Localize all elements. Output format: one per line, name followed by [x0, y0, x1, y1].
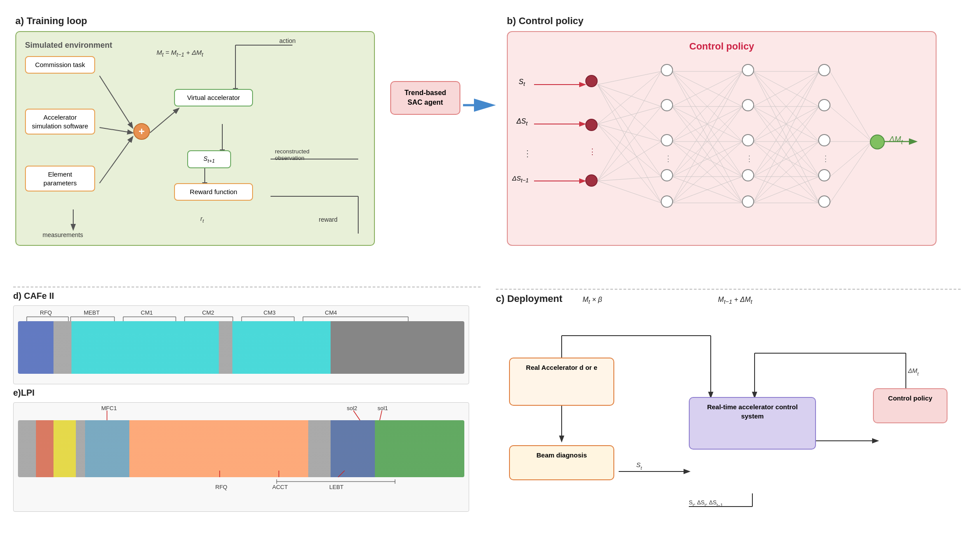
svg-line-26 [598, 177, 661, 181]
svg-line-39 [672, 106, 742, 142]
panel-a-title: a) Training loop [15, 15, 478, 27]
h1-node-1 [661, 64, 673, 76]
c-eq1: Mt × β [583, 296, 604, 303]
realtime-control-box: Real-time accelerator control system [689, 397, 816, 450]
cafe-accelerator-visual [18, 321, 464, 374]
svg-line-14 [598, 85, 661, 106]
svg-line-67 [753, 142, 819, 203]
svg-line-21 [598, 124, 661, 177]
lpi-accelerator-visual [18, 420, 464, 477]
lpi-acct-label: ACCT [272, 484, 288, 490]
top-divider [13, 287, 481, 287]
reward-function-box: Reward function [174, 183, 253, 201]
svg-line-0 [100, 76, 132, 128]
deployment-diagram: St St, ΔSt, ΔSt−1 ΔMt [496, 309, 961, 537]
panel-c: c) Deployment Mt × β Mt−1 + ΔMt [489, 282, 967, 551]
svg-line-33 [672, 71, 742, 106]
svg-line-45 [672, 142, 742, 177]
svg-line-36 [672, 106, 742, 177]
svg-line-27 [598, 181, 661, 203]
action-label: action [279, 37, 296, 44]
svg-line-48 [672, 71, 742, 203]
plus-operator: + [133, 123, 150, 140]
blue-arrow-svg [463, 96, 498, 114]
panel-de: d) CAFe II RFQ MEBT CM1 CM2 CM3 CM4 [9, 282, 485, 551]
h3-node-3 [818, 134, 830, 146]
h1-node-5 [661, 195, 673, 208]
svg-line-22 [598, 124, 661, 203]
virtual-accelerator-box: Virtual accelerator [174, 89, 253, 106]
commission-task-box: Commission task [25, 56, 95, 74]
svg-line-3 [150, 109, 178, 133]
reconstructed-label: reconstructedobservation [275, 148, 310, 161]
svg-line-47 [672, 177, 742, 203]
svg-line-43 [672, 71, 742, 177]
svg-line-35 [672, 106, 742, 142]
svg-text:St, ΔSt, ΔSt−1: St, ΔSt, ΔSt−1 [689, 499, 723, 508]
element-params-box: Element parameters [25, 166, 95, 191]
svg-line-29 [672, 71, 742, 106]
output-node [870, 135, 885, 149]
accelerator-sim-box: Accelerator simulation software [25, 109, 95, 135]
measurements-arrow [69, 209, 78, 231]
panel-b: b) Control policy Control policy [489, 9, 967, 278]
lpi-diagram: MFC1 sol2 sol1 RFQ ACCT LEBT [13, 402, 469, 512]
panel-a: a) Training loop Simulated environment [9, 9, 485, 278]
svg-line-31 [672, 71, 742, 177]
panel-e-title: e)LPI [13, 388, 481, 398]
h3-dots: ⋮ [822, 154, 830, 163]
h2-dots: ⋮ [745, 154, 753, 163]
svg-line-23 [598, 71, 661, 181]
input-node-2 [585, 119, 598, 131]
beam-diagnosis-box: Beam diagnosis [509, 445, 614, 480]
sac-agent-box: Trend-based SAC agent [390, 81, 460, 115]
svg-line-73 [753, 71, 819, 203]
svg-line-38 [672, 71, 742, 142]
cafe-cm1-label: CM1 [141, 309, 153, 316]
svg-line-42 [672, 142, 742, 203]
svg-line-107 [380, 411, 382, 420]
svg-line-13 [598, 71, 661, 85]
simulated-env-box: Simulated environment [15, 31, 375, 246]
equation-label: Mt = Mt−1 + ΔMt [157, 49, 203, 58]
h3-node-1 [818, 64, 830, 76]
control-policy-deploy-box: Control policy [873, 388, 948, 423]
input-node-1 [585, 75, 598, 87]
svg-line-1 [100, 128, 132, 133]
svg-line-37 [672, 106, 742, 203]
cafe-rqf-label: RFQ [40, 309, 52, 316]
svg-line-61 [753, 106, 819, 177]
svg-line-55 [753, 71, 819, 142]
c-eq2: Mt−1 + ΔMt [718, 296, 752, 303]
reward-label: reward [319, 216, 338, 223]
cafe-cm4-label: CM4 [325, 309, 337, 316]
st1-box: St+1 [187, 150, 231, 168]
svg-line-76 [753, 177, 819, 203]
dst-input-label: ΔSt [516, 117, 527, 127]
svg-line-54 [753, 71, 819, 106]
svg-line-66 [753, 142, 819, 177]
panel-b-title: b) Control policy [507, 15, 961, 27]
svg-line-72 [753, 177, 819, 203]
control-policy-bg: Control policy [507, 31, 937, 246]
output-label: ΔMt [889, 135, 903, 145]
rt-label: rt [200, 215, 204, 223]
svg-line-2 [100, 137, 132, 183]
c-top-divider [496, 289, 961, 290]
control-policy-title: Control policy [516, 41, 927, 52]
cafe-mebt-label: MEBT [84, 309, 100, 316]
svg-line-44 [672, 106, 742, 177]
st-input-label: St [519, 78, 525, 87]
h1-node-3 [661, 134, 673, 146]
h1-dots: ⋮ [664, 154, 672, 163]
input-node-3 [585, 174, 598, 187]
svg-line-56 [753, 71, 819, 177]
svg-line-51 [672, 177, 742, 203]
panel-d-title: d) CAFe II [13, 291, 481, 301]
svg-line-75 [753, 142, 819, 203]
svg-line-68 [753, 71, 819, 177]
blue-arrow [463, 96, 498, 116]
svg-line-64 [753, 106, 819, 142]
panel-c-title: c) Deployment Mt × β Mt−1 + ΔMt [496, 293, 961, 305]
svg-line-70 [753, 142, 819, 177]
